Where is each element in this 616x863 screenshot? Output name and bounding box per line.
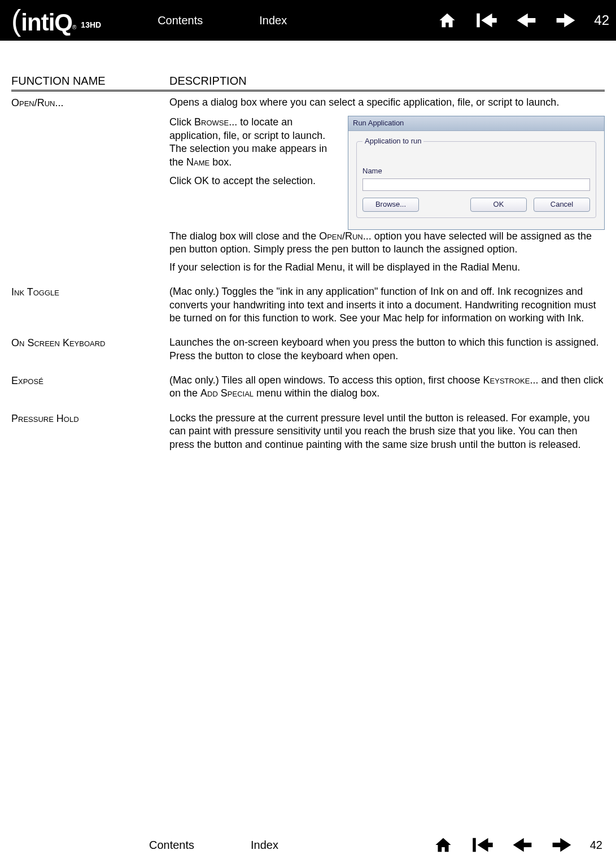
t: Keystroke [483,374,530,386]
bottom-bar: Contents Index 42 [0,834,616,856]
open-run-p1: Opens a dialog box where you can select … [169,96,605,109]
table-row: Pressure Hold Locks the pressure at the … [11,412,605,456]
table-row: Open/Run... Opens a dialog box where you… [11,96,605,278]
open-run-p4: The dialog box will close and the Open/R… [169,230,605,256]
function-description: Launches the on-screen keyboard when you… [169,336,605,367]
registered-icon: ® [72,24,76,30]
function-name: Open/Run... [11,96,169,278]
contents-link-bottom[interactable]: Contents [149,839,194,852]
bottom-nav-icons: 42 [432,834,602,856]
ink-toggle-label: Ink Toggle [11,286,59,298]
logo-text: intiQ [21,9,72,36]
expose-label: Exposé [11,375,43,386]
open-run-p2: Click Browse... to locate an application… [169,116,339,169]
top-nav-icons: 42 [436,9,609,32]
osk-label: On Screen Keyboard [11,337,105,348]
cancel-button[interactable]: Cancel [534,198,590,212]
logo: ( intiQ ® 13HD [0,3,101,37]
dialog-title: Run Application [348,116,604,131]
name-input[interactable] [362,178,590,191]
t: The dialog box will close and the [169,230,319,242]
contents-link[interactable]: Contents [158,14,203,27]
expose-desc: (Mac only.) Tiles all open windows. To a… [169,374,605,400]
t: Add Special [200,387,254,399]
t: Click [169,116,194,128]
top-nav-links: Contents Index [158,14,436,27]
dialog-fieldset: Application to run Name Browse... OK Can… [356,137,596,218]
svg-rect-1 [473,838,475,852]
dialog-right-buttons: OK Cancel [470,198,590,212]
ok-button[interactable]: OK [470,198,527,212]
logo-paren: ( [11,3,21,37]
prev-page-icon[interactable] [515,9,538,32]
function-description: (Mac only.) Toggles the "ink in any appl… [169,285,605,329]
index-link[interactable]: Index [259,14,287,27]
home-icon[interactable] [436,9,458,32]
open-run-p5: If your selection is for the Radial Menu… [169,261,605,274]
dialog-legend: Application to run [362,137,423,146]
dialog-body: Application to run Name Browse... OK Can… [348,131,604,229]
column-function-name: FUNCTION NAME [11,75,169,88]
t: menu within the dialog box. [254,387,379,399]
svg-rect-0 [477,14,480,28]
t: Open/Run [319,230,363,242]
t: (Mac only.) Tiles all open windows. To a… [169,374,483,386]
next-page-icon[interactable] [554,9,577,32]
t: Name [186,156,209,168]
page-content: FUNCTION NAME DESCRIPTION Open/Run... Op… [0,41,616,456]
top-bar: ( intiQ ® 13HD Contents Index 42 [0,0,616,41]
bottom-nav-links: Contents Index [149,839,432,852]
open-run-subtext: Click Browse... to locate an application… [169,116,339,230]
function-description: Opens a dialog box where you can select … [169,96,605,278]
open-run-p3: Click OK to accept the selection. [169,175,339,188]
home-icon[interactable] [432,834,455,856]
open-run-subrow: Click Browse... to locate an application… [169,116,605,230]
t: box. [209,156,231,168]
page-number-top: 42 [594,12,609,28]
run-application-dialog: Run Application Application to run Name … [348,116,605,230]
ink-desc: (Mac only.) Toggles the "ink in any appl… [169,285,605,325]
phold-desc: Locks the pressure at the current pressu… [169,412,605,451]
function-name: Exposé [11,374,169,405]
column-description: DESCRIPTION [169,75,605,88]
name-label: Name [362,167,590,176]
first-page-icon[interactable] [471,834,494,856]
index-link-bottom[interactable]: Index [251,839,278,852]
browse-button[interactable]: Browse... [362,198,419,212]
pressure-hold-label: Pressure Hold [11,413,79,424]
open-run-label: Open/Run... [11,97,64,108]
function-name: Pressure Hold [11,412,169,456]
first-page-icon[interactable] [475,9,498,32]
table-row: Exposé (Mac only.) Tiles all open window… [11,374,605,405]
page-number-bottom: 42 [590,839,602,852]
function-name: On Screen Keyboard [11,336,169,367]
t: Browse [194,116,229,128]
dialog-buttons: Browse... OK Cancel [362,198,590,212]
function-description: Locks the pressure at the current pressu… [169,412,605,456]
function-name: Ink Toggle [11,285,169,329]
function-description: (Mac only.) Tiles all open windows. To a… [169,374,605,405]
logo-subtext: 13HD [81,20,101,37]
osk-desc: Launches the on-screen keyboard when you… [169,336,605,363]
table-row: Ink Toggle (Mac only.) Toggles the "ink … [11,285,605,329]
table-row: On Screen Keyboard Launches the on-scree… [11,336,605,367]
prev-page-icon[interactable] [511,834,534,856]
table-header: FUNCTION NAME DESCRIPTION [11,75,605,91]
next-page-icon[interactable] [551,834,573,856]
